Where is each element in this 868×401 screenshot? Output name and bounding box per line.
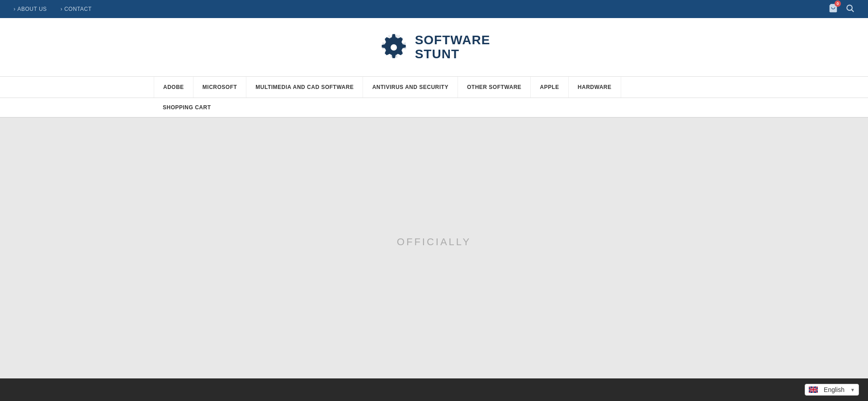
search-button[interactable] <box>845 4 854 14</box>
nav-bar: ADOBE MICROSOFT MULTIMEDIA AND CAD SOFTW… <box>0 77 868 98</box>
nav-item-apple[interactable]: APPLE <box>531 77 569 98</box>
nav-item-other[interactable]: OTHER SOFTWARE <box>458 77 531 98</box>
nav-bar-second: SHOPPING CART <box>0 98 868 118</box>
svg-point-1 <box>847 5 852 10</box>
search-icon <box>845 4 854 13</box>
svg-line-2 <box>852 10 854 12</box>
top-bar: ABOUT US CONTACT 0 <box>0 0 868 18</box>
main-content: OFFICIALLY <box>0 118 868 366</box>
flag-icon <box>809 387 818 393</box>
footer: English ▼ <box>0 378 868 401</box>
gear-icon <box>378 32 410 63</box>
header: SOFTWARE STUNT <box>0 18 868 77</box>
logo-stunt: STUNT <box>415 47 491 61</box>
nav-item-adobe[interactable]: ADOBE <box>154 77 193 98</box>
nav-item-hardware[interactable]: HARDWARE <box>569 77 621 98</box>
cart-button[interactable]: 0 <box>828 3 838 15</box>
logo-software: SOFTWARE <box>415 33 491 47</box>
nav-item-shopping-cart[interactable]: SHOPPING CART <box>154 98 220 117</box>
top-bar-right: 0 <box>828 3 854 15</box>
nav-item-antivirus[interactable]: ANTIVIRUS AND SECURITY <box>363 77 458 98</box>
language-label: English <box>824 386 844 393</box>
about-us-link[interactable]: ABOUT US <box>14 6 47 12</box>
chevron-down-icon: ▼ <box>850 387 855 392</box>
cart-badge: 0 <box>835 0 841 7</box>
officially-text: OFFICIALLY <box>397 236 471 248</box>
svg-point-4 <box>391 44 397 51</box>
language-selector[interactable]: English ▼ <box>805 384 859 396</box>
nav-item-microsoft[interactable]: MICROSOFT <box>193 77 247 98</box>
top-bar-left: ABOUT US CONTACT <box>14 6 92 12</box>
contact-link[interactable]: CONTACT <box>61 6 92 12</box>
logo-text: SOFTWARE STUNT <box>415 33 491 61</box>
logo[interactable]: SOFTWARE STUNT <box>378 32 491 63</box>
nav-item-multimedia[interactable]: MULTIMEDIA AND CAD SOFTWARE <box>246 77 363 98</box>
